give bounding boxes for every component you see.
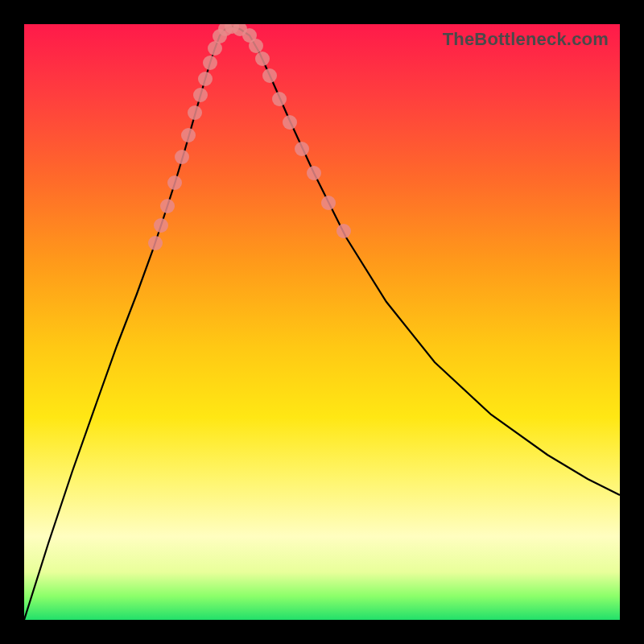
marker-point [272, 92, 287, 106]
chart-frame: TheBottleneck.com [0, 0, 644, 644]
marker-point [148, 236, 163, 250]
marker-point [160, 199, 175, 213]
curve-svg [24, 24, 620, 620]
bottleneck-curve [24, 27, 620, 620]
marker-point [295, 142, 309, 156]
marker-point [154, 218, 168, 233]
marker-point [203, 56, 217, 70]
marker-point [175, 150, 189, 164]
marker-point [262, 68, 277, 83]
plot-area: TheBottleneck.com [24, 24, 620, 620]
marker-point [188, 105, 202, 120]
marker-point [255, 52, 270, 66]
marker-point [321, 196, 336, 210]
marker-group [148, 24, 351, 250]
marker-point [167, 175, 182, 190]
marker-point [249, 39, 263, 53]
marker-point [307, 166, 321, 180]
marker-point [336, 224, 351, 238]
marker-point [198, 72, 213, 86]
marker-point [193, 88, 208, 102]
marker-point [181, 128, 196, 142]
marker-point [283, 115, 297, 130]
